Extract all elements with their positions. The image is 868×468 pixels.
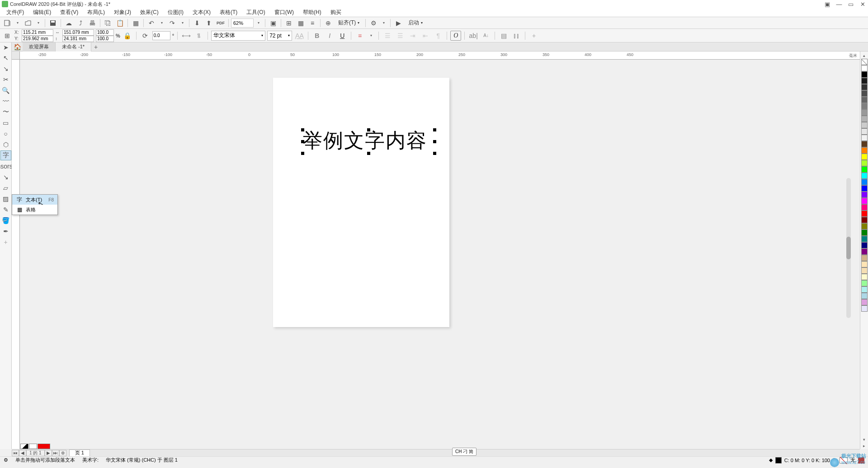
text-tool[interactable]: 字 [0, 150, 11, 160]
status-gear-icon[interactable]: ⚙ [4, 457, 8, 463]
save-button[interactable] [47, 18, 58, 28]
minimize-button[interactable]: — [835, 1, 843, 7]
import-button[interactable]: ⬇ [192, 18, 203, 28]
export-button[interactable]: ⤴ [75, 18, 86, 28]
zoom-input[interactable] [231, 19, 254, 28]
menu-edit[interactable]: 编辑(E) [28, 8, 56, 17]
color-swatch[interactable] [861, 65, 868, 71]
fill-color-swatch[interactable] [775, 457, 782, 463]
crop-tool[interactable]: ✂ [0, 75, 11, 84]
clipboard-button[interactable]: ▦ [130, 18, 141, 28]
add-tool[interactable]: + [0, 237, 11, 247]
canvas-background[interactable]: 举例文字内容 [20, 60, 852, 441]
indent-dec-button[interactable]: ⇤ [420, 31, 431, 41]
menu-buy[interactable]: 购买 [326, 8, 346, 17]
welcome-tab[interactable]: 欢迎屏幕 [23, 42, 56, 51]
selection-handle-br[interactable] [433, 152, 436, 155]
selection-handle-ml[interactable] [301, 140, 304, 143]
new-dropdown[interactable]: ▾ [14, 18, 22, 28]
x-input[interactable] [22, 29, 53, 36]
color-swatch[interactable] [861, 261, 868, 267]
canvas-area[interactable]: 毫米 -250-200-150-100-50050100150200250300… [12, 51, 860, 449]
page-tab-1[interactable]: 页 1 [69, 449, 90, 457]
color-swatch[interactable] [861, 299, 868, 305]
menu-table[interactable]: 表格(T) [215, 8, 242, 17]
palette-menu[interactable]: ▸ [861, 443, 868, 449]
next-page-button[interactable]: ▶ [45, 450, 52, 456]
height-input[interactable] [62, 36, 94, 42]
color-swatch[interactable] [861, 154, 868, 160]
options-button[interactable]: ⚙ [368, 18, 379, 28]
last-page-button[interactable]: ⏭ [52, 450, 59, 456]
document-tab[interactable]: 未命名 -1* [56, 42, 91, 51]
zoom-tool[interactable]: 🔍 [0, 85, 11, 95]
paste-button[interactable]: 📋 [114, 18, 125, 28]
flyout-text-item[interactable]: 字 文本(T) F8 [12, 195, 57, 205]
undo-button[interactable]: ↶ [146, 18, 157, 28]
color-swatch[interactable] [861, 198, 868, 204]
color-swatch[interactable] [861, 103, 868, 109]
menu-file[interactable]: 文件(F) [2, 8, 28, 17]
bold-button[interactable]: B [311, 31, 322, 41]
recent-color-2[interactable] [20, 444, 28, 449]
show-rulers-button[interactable]: ⊞ [283, 18, 294, 28]
fullscreen-button[interactable]: ▣ [268, 18, 278, 28]
palette-up[interactable]: ▴ [861, 52, 868, 59]
artistic-text-object[interactable]: 举例文字内容 [302, 127, 427, 154]
first-page-button[interactable]: ⏮ [12, 450, 19, 456]
color-swatch[interactable] [861, 122, 868, 128]
font-family-select[interactable]: 华文宋体▾ [211, 31, 265, 41]
mirror-h-button[interactable]: ⟷ [181, 31, 192, 41]
zoom-dropdown[interactable]: ▾ [255, 18, 263, 28]
prev-page-button[interactable]: ◀ [19, 450, 26, 456]
color-swatch[interactable] [861, 97, 868, 103]
color-swatch[interactable] [861, 204, 868, 211]
launch-icon[interactable]: ▶ [393, 18, 404, 28]
undo-dropdown[interactable]: ▾ [158, 18, 166, 28]
color-swatch[interactable] [861, 223, 868, 229]
color-swatch[interactable] [861, 128, 868, 135]
mirror-v-button[interactable]: ⥮ [193, 31, 204, 41]
vertical-ruler[interactable] [12, 60, 20, 449]
transparency-tool[interactable]: ▨ [0, 194, 11, 204]
close-button[interactable]: ✕ [859, 1, 866, 7]
ime-indicator[interactable]: CH 刁 简 [452, 448, 476, 456]
color-swatch[interactable] [861, 109, 868, 116]
open-button[interactable] [23, 18, 33, 28]
connector-tool[interactable]: ↘ [0, 172, 11, 182]
menu-window[interactable]: 窗口(W) [270, 8, 298, 17]
color-swatch[interactable] [861, 267, 868, 274]
color-swatch[interactable] [861, 147, 868, 154]
color-swatch[interactable] [861, 229, 868, 236]
launch-button[interactable]: 启动 ▾ [405, 18, 426, 28]
color-swatch[interactable] [861, 211, 868, 217]
bullet-list-button[interactable]: ☰ [382, 31, 393, 41]
color-swatch[interactable] [861, 173, 868, 179]
add-button[interactable]: + [528, 31, 539, 41]
number-list-button[interactable]: ☰ [395, 31, 406, 41]
color-swatch[interactable] [861, 116, 868, 122]
polygon-tool[interactable]: ⬡ [0, 140, 11, 150]
scale-x-input[interactable] [96, 29, 114, 36]
color-swatch[interactable] [861, 217, 868, 223]
maximize-button[interactable]: ▭ [847, 1, 854, 7]
color-swatch[interactable] [861, 78, 868, 84]
indent-inc-button[interactable]: ⇥ [407, 31, 418, 41]
show-guides-button[interactable]: ≡ [307, 18, 318, 28]
edit-text-button[interactable]: ▤ [498, 31, 509, 41]
show-grid-button[interactable]: ▦ [295, 18, 306, 28]
selection-handle-tr[interactable] [433, 128, 436, 131]
interactive-opentype-button[interactable]: O [450, 31, 461, 41]
snap-button[interactable]: 贴齐(T) ▾ [335, 18, 363, 28]
selection-handle-bl[interactable] [301, 152, 304, 155]
angle-input[interactable] [152, 31, 170, 40]
color-swatch[interactable] [861, 71, 868, 78]
pick-tool[interactable]: ↖ [0, 53, 11, 63]
add-tab-button[interactable]: + [91, 42, 100, 51]
flyout-table-item[interactable]: ▦ 表格 [12, 205, 57, 215]
color-swatch[interactable] [861, 286, 868, 293]
selection-handle-tl[interactable] [301, 128, 304, 131]
palette-down[interactable]: ▾ [861, 436, 868, 443]
color-swatch[interactable] [861, 185, 868, 192]
color-swatch[interactable] [861, 141, 868, 147]
